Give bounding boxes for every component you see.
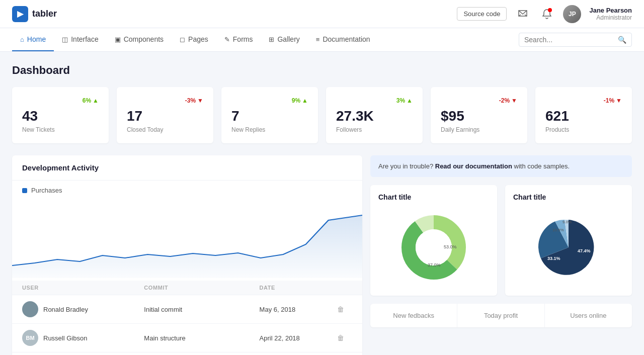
stat-change: 3%	[396, 97, 405, 104]
dev-activity-title: Development Activity	[12, 155, 362, 181]
stat-label: Daily Earnings	[441, 126, 517, 133]
user-cell: BM Russell Gibson	[12, 324, 134, 352]
search-box[interactable]: 🔍	[519, 33, 632, 47]
bottom-card-users-online: Users online	[545, 304, 632, 327]
col-actions	[327, 281, 362, 295]
stat-value: 27.3K	[336, 108, 413, 124]
stat-label: Closed Today	[127, 126, 203, 133]
search-input[interactable]	[524, 36, 615, 44]
avatar[interactable]: JP	[563, 5, 581, 23]
table-row: BM Russell Gibson Main structure April 2…	[12, 324, 362, 352]
svg-text:37.0%: 37.0%	[428, 262, 441, 268]
charts-row: Chart title 37.0% 53.0%	[370, 185, 632, 296]
user-cell: Beverly Armstrong	[12, 352, 134, 356]
content: Dashboard 6% ▲ 43 New Tickets -3% ▼ 17 C…	[0, 52, 644, 355]
bottom-label: Users online	[553, 312, 624, 319]
notification-dot	[548, 8, 552, 12]
svg-text:53.0%: 53.0%	[444, 244, 457, 249]
table-header-row: USER COMMIT DATE	[12, 281, 362, 295]
stat-card-new-replies: 9% ▲ 7 New Replies	[221, 87, 318, 143]
stat-card-closed-today: -3% ▼ 17 Closed Today	[117, 87, 213, 143]
stat-value: $95	[441, 108, 517, 124]
chart-card-1: Chart title 37.0% 53.0%	[370, 185, 497, 296]
gallery-icon: ⊞	[269, 36, 274, 43]
line-chart	[12, 200, 362, 281]
nav-item-components[interactable]: ▣ Components	[107, 28, 172, 51]
chart1-title: Chart title	[378, 193, 489, 201]
nav-item-gallery[interactable]: ⊞ Gallery	[261, 28, 307, 51]
stat-value: 7	[231, 108, 308, 124]
interface-icon: ◫	[62, 36, 68, 43]
stat-label: New Tickets	[22, 126, 99, 133]
messages-icon[interactable]	[515, 6, 531, 22]
user-role: Administrator	[589, 14, 632, 21]
stat-change: 6%	[83, 97, 91, 104]
bottom-label: Today profit	[465, 312, 536, 319]
svg-text:33.1%: 33.1%	[547, 256, 560, 261]
user-cell: Ronald Bradley	[12, 295, 134, 324]
col-commit: COMMIT	[134, 281, 249, 295]
alert-banner: Are you in trouble? Read our documentati…	[370, 155, 632, 177]
donut-chart-1: 37.0% 53.0%	[378, 207, 489, 288]
chart2-title: Chart title	[513, 193, 624, 201]
nav-item-home[interactable]: ⌂ Home	[12, 28, 54, 51]
logo-text: tabler	[32, 9, 57, 19]
nav-item-interface[interactable]: ◫ Interface	[54, 28, 106, 51]
trend-down-icon: ▼	[616, 97, 622, 104]
stat-card-followers: 3% ▲ 27.3K Followers	[326, 87, 423, 143]
bottom-card-today-profit: Today profit	[457, 304, 544, 327]
header: ▶ tabler Source code JP Jane Pearson Adm…	[0, 0, 644, 28]
svg-text:47.4%: 47.4%	[578, 248, 591, 253]
stat-card-daily-earnings: -2% ▼ $95 Daily Earnings	[431, 87, 527, 143]
stat-value: 621	[545, 108, 622, 124]
stat-change: -1%	[604, 97, 614, 104]
user-avatar	[22, 301, 38, 317]
delete-icon[interactable]: 🗑	[337, 334, 344, 342]
right-panel: Are you in trouble? Read our documentati…	[370, 155, 632, 355]
trend-down-icon: ▼	[511, 97, 517, 104]
stat-value: 17	[127, 108, 203, 124]
trend-up-icon: ▲	[407, 97, 413, 104]
page-title: Dashboard	[12, 64, 632, 77]
alert-link[interactable]: Read our documentation	[435, 162, 512, 170]
dev-activity-card: Development Activity Purchases	[12, 155, 362, 355]
stat-label: Followers	[336, 126, 413, 133]
user-avatar: BM	[22, 330, 38, 346]
nav-item-forms[interactable]: ✎ Forms	[216, 28, 261, 51]
trend-up-icon: ▲	[93, 97, 99, 104]
stat-card-new-tickets: 6% ▲ 43 New Tickets	[12, 87, 109, 143]
nav: ⌂ Home ◫ Interface ▣ Components ◻ Pages …	[0, 28, 644, 52]
docs-icon: ≡	[316, 36, 320, 43]
chart-legend: Purchases	[12, 181, 362, 200]
table-row: Ronald Bradley Initial commit May 6, 201…	[12, 295, 362, 324]
bottom-label: New fedbacks	[378, 312, 449, 319]
bottom-card-new-feedbacks: New fedbacks	[370, 304, 457, 327]
main-grid: Development Activity Purchases	[12, 155, 632, 355]
nav-links: ⌂ Home ◫ Interface ▣ Components ◻ Pages …	[12, 28, 378, 51]
col-user: USER	[12, 281, 134, 295]
delete-icon[interactable]: 🗑	[337, 305, 344, 313]
chart-card-2: Chart title	[505, 185, 632, 296]
logo-icon: ▶	[12, 6, 28, 22]
svg-text:10.5%: 10.5%	[552, 228, 564, 232]
stat-label: Products	[545, 126, 622, 133]
notifications-icon[interactable]	[539, 6, 555, 22]
home-icon: ⌂	[20, 36, 24, 43]
nav-item-pages[interactable]: ◻ Pages	[172, 28, 216, 51]
source-code-button[interactable]: Source code	[457, 7, 507, 21]
bottom-cards: New fedbacks Today profit Users online	[370, 304, 632, 327]
components-icon: ▣	[115, 36, 121, 43]
stat-change: 9%	[292, 97, 300, 104]
stat-card-products: -1% ▼ 621 Products	[535, 87, 632, 143]
user-name: Jane Pearson	[589, 7, 632, 14]
legend-label: Purchases	[31, 187, 62, 194]
header-right: Source code JP Jane Pearson Administrato…	[457, 5, 632, 23]
nav-item-documentation[interactable]: ≡ Documentation	[308, 28, 378, 51]
stat-value: 43	[22, 108, 99, 124]
pages-icon: ◻	[180, 36, 185, 43]
stat-change: -2%	[499, 97, 510, 104]
stat-label: New Replies	[231, 126, 308, 133]
legend-dot	[22, 188, 27, 193]
stat-cards: 6% ▲ 43 New Tickets -3% ▼ 17 Closed Toda…	[12, 87, 632, 143]
col-date: DATE	[250, 281, 328, 295]
